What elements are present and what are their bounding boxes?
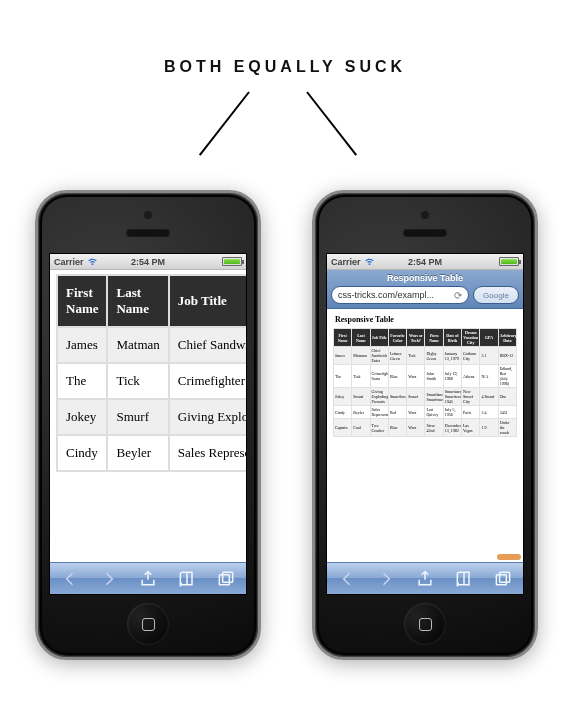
data-table: First Name Last Name Job Title James Mat… <box>56 274 246 472</box>
col-header: First Name <box>334 329 352 347</box>
page-caption: BOTH EQUALLY SUCK <box>0 58 570 76</box>
phone-speaker <box>403 229 447 237</box>
data-table: First NameLast NameJob TitleFavorite Col… <box>333 328 517 437</box>
browser-toolbar <box>327 562 523 594</box>
table-row: TheTickCrimefighter SortaBlueWarsJohn Sm… <box>334 365 517 388</box>
home-button[interactable] <box>404 603 446 645</box>
svg-rect-2 <box>497 574 507 584</box>
phone-sensor <box>144 211 152 219</box>
table-row: The Tick Crimefighter Sorta <box>57 363 246 399</box>
table-header-row: First Name Last Name Job Title <box>57 275 246 327</box>
col-first-name: First Name <box>57 275 107 327</box>
phone-speaker <box>126 229 170 237</box>
viewport[interactable]: First Name Last Name Job Title James Mat… <box>50 270 246 562</box>
connector-line-left <box>199 91 250 155</box>
url-field[interactable]: css-tricks.com/exampl... ⟳ <box>331 286 469 304</box>
col-header: Last Name <box>352 329 370 347</box>
refresh-icon[interactable]: ⟳ <box>454 290 462 301</box>
clock-label: 2:54 PM <box>327 257 523 267</box>
table-row: CindyBeylerSales RepresentativeRedWarsLo… <box>334 406 517 419</box>
share-button[interactable] <box>137 568 159 590</box>
col-header: Porn Name <box>425 329 443 347</box>
phone-screen: Carrier 2:54 PM Responsive Table css-tri… <box>326 253 524 595</box>
bookmarks-button[interactable] <box>453 568 475 590</box>
table-header-row: First NameLast NameJob TitleFavorite Col… <box>334 329 517 347</box>
battery-icon <box>499 257 519 266</box>
browser-toolbar <box>50 562 246 594</box>
tabs-button[interactable] <box>215 568 237 590</box>
browser-chrome: Responsive Table css-tricks.com/exampl..… <box>327 270 523 309</box>
col-header: Wars or Trek? <box>407 329 425 347</box>
table-row: Cindy Beyler Sales Representative <box>57 435 246 471</box>
phone-mockup-left: Carrier 2:54 PM First Name Last Name Job… <box>35 190 261 660</box>
search-field[interactable]: Google <box>473 286 519 304</box>
table-row: James Matman Chief Sandwich Eater <box>57 327 246 363</box>
table-row: Jokey Smurf Giving Exploding Presents <box>57 399 246 435</box>
col-header: GPA <box>480 329 498 347</box>
col-header: Job Title <box>370 329 388 347</box>
scroll-indicator <box>497 554 521 560</box>
page-title: Responsive Table <box>331 273 519 283</box>
table-row: CaptainCoolTree CrusherBlueWarsSteve 42n… <box>334 419 517 437</box>
forward-button[interactable] <box>375 568 397 590</box>
phone-screen: Carrier 2:54 PM First Name Last Name Job… <box>49 253 247 595</box>
back-button[interactable] <box>336 568 358 590</box>
svg-rect-3 <box>500 572 510 582</box>
status-bar: Carrier 2:54 PM <box>327 254 523 270</box>
connector-line-right <box>306 91 357 155</box>
svg-rect-0 <box>220 574 230 584</box>
phone-mockup-right: Carrier 2:54 PM Responsive Table css-tri… <box>312 190 538 660</box>
bookmarks-button[interactable] <box>176 568 198 590</box>
col-job-title: Job Title <box>169 275 246 327</box>
col-header: Arbitrary Data <box>498 329 516 347</box>
status-bar: Carrier 2:54 PM <box>50 254 246 270</box>
col-header: Dream Vacation City <box>462 329 480 347</box>
battery-icon <box>222 257 242 266</box>
phone-sensor <box>421 211 429 219</box>
tabs-button[interactable] <box>492 568 514 590</box>
clock-label: 2:54 PM <box>50 257 246 267</box>
content-heading: Responsive Table <box>335 315 517 324</box>
url-text: css-tricks.com/exampl... <box>338 290 434 300</box>
forward-button[interactable] <box>98 568 120 590</box>
share-button[interactable] <box>414 568 436 590</box>
viewport[interactable]: Responsive Table First NameLast NameJob … <box>327 309 523 562</box>
svg-rect-1 <box>223 572 233 582</box>
home-button[interactable] <box>127 603 169 645</box>
col-last-name: Last Name <box>107 275 168 327</box>
col-header: Date of Birth <box>443 329 461 347</box>
back-button[interactable] <box>59 568 81 590</box>
table-row: JamesMatmanChief Sandwich EaterLettuce G… <box>334 347 517 365</box>
col-header: Favorite Color <box>388 329 406 347</box>
table-row: JokeySmurfGiving Exploding PresentsSmurf… <box>334 388 517 406</box>
